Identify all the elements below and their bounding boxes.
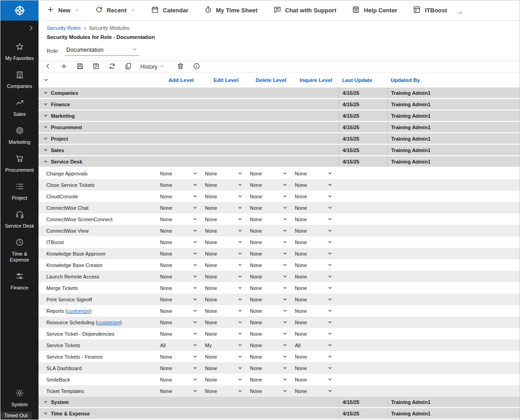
delete-level-select[interactable]: None xyxy=(250,262,288,268)
group-header[interactable]: Procurement xyxy=(39,122,338,132)
inquire-level-select[interactable]: None xyxy=(295,205,332,211)
group-header[interactable]: System xyxy=(39,397,338,407)
delete-level-select[interactable]: None xyxy=(250,354,288,360)
recent-menu[interactable]: Recent xyxy=(95,5,135,16)
inquire-level-select[interactable]: None xyxy=(295,251,332,256)
new-menu[interactable]: New xyxy=(46,5,79,16)
inquire-level-select[interactable]: None xyxy=(295,365,332,371)
sidebar-item-companies[interactable]: Companies xyxy=(0,70,39,89)
inquire-level-select[interactable]: None xyxy=(295,388,332,394)
group-header[interactable]: Time & Expense xyxy=(39,408,338,419)
inquire-level-select[interactable]: All xyxy=(295,343,332,348)
add-level-select[interactable]: None xyxy=(160,251,198,256)
add-level-select[interactable]: None xyxy=(160,308,198,314)
edit-level-select[interactable]: None xyxy=(205,262,243,268)
inquire-level-select[interactable]: None xyxy=(295,228,332,234)
collapse-header-button[interactable] xyxy=(457,10,464,18)
add-level-select[interactable]: None xyxy=(160,262,198,268)
column-header-inquire-level[interactable]: Inquire Level xyxy=(293,77,338,83)
edit-level-select[interactable]: None xyxy=(205,354,243,360)
save-button[interactable] xyxy=(76,62,84,71)
delete-level-select[interactable]: None xyxy=(250,377,288,382)
chat-with-support-button[interactable]: Chat with Support xyxy=(273,5,337,16)
add-level-select[interactable]: None xyxy=(160,354,198,360)
history-menu[interactable]: History xyxy=(140,64,165,70)
inquire-level-select[interactable]: None xyxy=(295,354,332,360)
group-header[interactable]: Marketing xyxy=(39,110,338,121)
inquire-level-select[interactable]: None xyxy=(295,297,332,302)
edit-level-select[interactable]: None xyxy=(205,331,243,337)
add-level-select[interactable]: None xyxy=(160,228,198,234)
group-header[interactable]: Sales xyxy=(39,145,338,155)
info-button[interactable] xyxy=(193,62,200,71)
inquire-level-select[interactable]: None xyxy=(295,217,332,222)
inquire-level-select[interactable]: None xyxy=(295,182,332,188)
add-level-select[interactable]: All xyxy=(160,343,198,348)
customize-link[interactable]: customize xyxy=(67,308,90,314)
edit-level-select[interactable]: None xyxy=(205,194,243,199)
delete-level-select[interactable]: None xyxy=(250,320,288,325)
group-row-sales[interactable]: Sales 4/15/25 Training Admin1 xyxy=(39,145,520,156)
edit-level-select[interactable]: None xyxy=(205,217,243,222)
group-row-finance[interactable]: Finance 4/15/25 Training Admin1 xyxy=(39,99,520,110)
delete-level-select[interactable]: None xyxy=(250,343,288,348)
chevron-down-icon[interactable] xyxy=(43,159,48,164)
group-row-service-desk[interactable]: Service Desk 4/15/25 Training Admin1 xyxy=(39,156,520,168)
group-row-procurement[interactable]: Procurement 4/15/25 Training Admin1 xyxy=(39,122,520,133)
delete-level-select[interactable]: None xyxy=(250,388,288,394)
add-level-select[interactable]: None xyxy=(160,285,198,291)
edit-level-select[interactable]: None xyxy=(205,320,243,325)
add-level-select[interactable]: None xyxy=(160,182,198,188)
back-button[interactable] xyxy=(44,62,52,71)
edit-level-select[interactable]: None xyxy=(205,377,243,382)
group-header[interactable]: Finance xyxy=(39,99,338,109)
breadcrumb-link-security-roles[interactable]: Security Roles xyxy=(47,25,81,31)
sidebar-item-marketing[interactable]: Marketing xyxy=(0,126,39,145)
delete-level-select[interactable]: None xyxy=(250,251,288,256)
delete-level-select[interactable]: None xyxy=(250,297,288,302)
sidebar-item-my-favorites[interactable]: My Favorites xyxy=(0,42,39,61)
inquire-level-select[interactable]: None xyxy=(295,377,332,382)
connectwise-logo[interactable] xyxy=(0,0,39,21)
column-header-updated-by[interactable]: Updated By xyxy=(387,77,520,83)
sidebar-item-procurement[interactable]: Procurement xyxy=(0,154,39,173)
edit-level-select[interactable]: My xyxy=(205,343,243,348)
delete-level-select[interactable]: None xyxy=(250,308,288,314)
edit-level-select[interactable]: None xyxy=(205,297,243,302)
group-row-project[interactable]: Project 4/15/25 Training Admin1 xyxy=(39,133,520,145)
inquire-level-select[interactable]: None xyxy=(295,285,332,291)
group-header[interactable]: Service Desk xyxy=(39,156,338,167)
sidebar-item-system[interactable]: System xyxy=(0,388,39,408)
sidebar-item-sales[interactable]: Sales xyxy=(0,98,39,117)
delete-button[interactable] xyxy=(177,62,184,71)
inquire-level-select[interactable]: None xyxy=(295,308,332,314)
delete-level-select[interactable]: None xyxy=(250,217,288,222)
edit-level-select[interactable]: None xyxy=(205,308,243,314)
inquire-level-select[interactable]: None xyxy=(295,171,332,176)
sidebar-item-service-desk[interactable]: Service Desk xyxy=(0,210,39,229)
inquire-level-select[interactable]: None xyxy=(295,274,332,279)
inquire-level-select[interactable]: None xyxy=(295,262,332,268)
edit-level-select[interactable]: None xyxy=(205,205,243,211)
group-row-time-expense[interactable]: Time & Expense 4/15/25 Training Admin1 xyxy=(39,408,520,420)
itboost-button[interactable]: ITBoost xyxy=(413,5,447,16)
role-select[interactable]: Documentation xyxy=(65,45,139,56)
edit-level-select[interactable]: None xyxy=(205,388,243,394)
add-level-select[interactable]: None xyxy=(160,331,198,337)
edit-level-select[interactable]: None xyxy=(205,285,243,291)
edit-level-select[interactable]: None xyxy=(205,182,243,188)
edit-level-select[interactable]: None xyxy=(205,240,243,245)
delete-level-select[interactable]: None xyxy=(250,228,288,234)
chevron-down-icon[interactable] xyxy=(43,113,48,118)
group-row-marketing[interactable]: Marketing 4/15/25 Training Admin1 xyxy=(39,110,520,122)
copy-button[interactable] xyxy=(124,62,132,71)
column-header-delete-level[interactable]: Delete Level xyxy=(249,77,293,83)
edit-level-select[interactable]: None xyxy=(205,251,243,256)
add-level-select[interactable]: None xyxy=(160,240,198,245)
sidebar-item-time-expense[interactable]: Time & Expense xyxy=(0,238,39,263)
add-level-select[interactable]: None xyxy=(160,205,198,211)
column-header-edit-level[interactable]: Edit Level xyxy=(204,77,249,83)
add-level-select[interactable]: None xyxy=(160,365,198,371)
delete-level-select[interactable]: None xyxy=(250,194,288,199)
delete-level-select[interactable]: None xyxy=(250,240,288,245)
